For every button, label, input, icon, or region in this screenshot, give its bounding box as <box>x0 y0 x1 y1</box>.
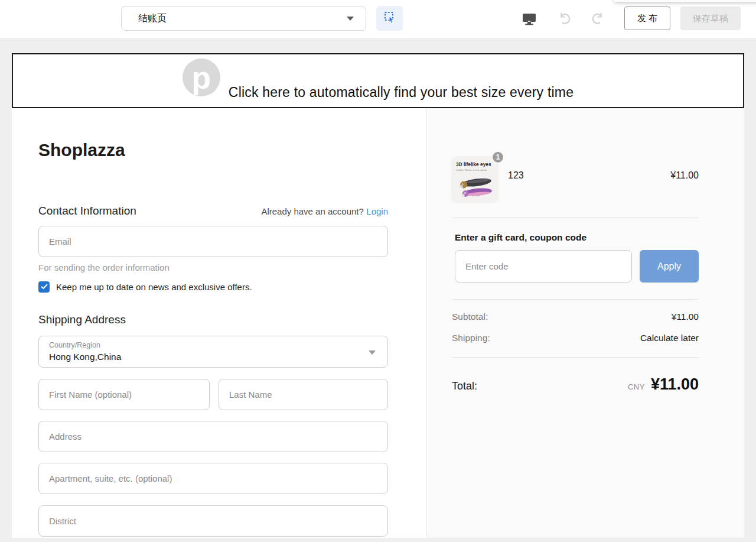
country-region-select[interactable]: Country/Region Hong Kong,China <box>38 336 388 368</box>
total-value: ¥11.00 <box>651 375 699 394</box>
login-link[interactable]: Login <box>366 206 388 216</box>
svg-text:Lifelike, Motion at any speed: Lifelike, Motion at any speed <box>456 168 487 171</box>
quantity-badge: 1 <box>491 151 504 164</box>
product-price: ¥11.00 <box>670 170 699 181</box>
shipping-label: Shipping: <box>452 333 490 343</box>
subtotal-value: ¥11.00 <box>672 311 699 322</box>
account-prompt: Already have an account? <box>261 206 363 216</box>
contact-header: Contact Information Already have an acco… <box>38 205 388 218</box>
newsletter-row: Keep me up to date on news and exclusive… <box>38 281 252 293</box>
subtotal-label: Subtotal: <box>452 311 488 322</box>
monitor-icon <box>521 11 537 29</box>
page-type-select-value: 结账页 <box>138 12 347 25</box>
undo-button[interactable] <box>555 9 575 30</box>
district-field[interactable] <box>38 505 388 537</box>
save-draft-button[interactable]: 保存草稿 <box>680 7 741 30</box>
newsletter-label: Keep me up to date on news and exclusive… <box>56 282 252 292</box>
contact-heading: Contact Information <box>38 205 136 218</box>
promo-banner[interactable]: p Click here to automatically find your … <box>12 53 744 108</box>
product-name: 123 <box>508 170 524 181</box>
page-type-select[interactable]: 结账页 <box>121 6 366 31</box>
caret-down-icon <box>347 17 354 21</box>
divider <box>452 357 699 358</box>
divider <box>452 299 699 300</box>
last-name-field[interactable] <box>219 379 388 410</box>
undo-icon <box>556 11 573 29</box>
order-summary-panel: 3D lifelike eyes Lifelike, Motion at any… <box>426 108 744 538</box>
marquee-cursor-icon <box>383 10 397 27</box>
editor-toolbar: 结账页 <box>0 0 756 39</box>
country-region-value: Hong Kong,China <box>49 352 121 362</box>
checkout-form-panel: Shoplazza Contact Information Already ha… <box>12 108 426 538</box>
svg-text:3D lifelike eyes: 3D lifelike eyes <box>456 161 491 167</box>
divider <box>452 218 699 218</box>
shipping-heading: Shipping Address <box>38 313 126 326</box>
publish-button[interactable]: 发 布 <box>624 7 670 30</box>
total-amount-group: CNY ¥11.00 <box>628 375 699 394</box>
promo-logo-icon: p <box>183 59 220 96</box>
coupon-code-field[interactable] <box>455 250 632 283</box>
check-icon <box>41 282 48 293</box>
apartment-field[interactable] <box>38 463 388 494</box>
overlay-card-edge <box>614 0 756 2</box>
newsletter-checkbox[interactable] <box>38 281 50 293</box>
apply-coupon-button[interactable]: Apply <box>640 250 699 283</box>
product-thumbnail: 3D lifelike eyes Lifelike, Motion at any… <box>452 157 498 203</box>
email-helper-text: For sending the order information <box>38 262 170 272</box>
email-field[interactable] <box>38 226 388 257</box>
shipping-value: Calculate later <box>640 333 699 343</box>
redo-icon <box>589 11 606 29</box>
device-preview-button[interactable] <box>519 9 539 30</box>
caret-down-icon <box>369 350 376 355</box>
element-select-tool-button[interactable] <box>376 6 403 31</box>
coupon-label: Enter a gift card, coupon code <box>455 232 586 243</box>
store-name: Shoplazza <box>38 140 125 160</box>
shipping-row: Shipping: Calculate later <box>452 333 699 343</box>
address-field[interactable] <box>38 421 388 452</box>
checkout-preview: p Click here to automatically find your … <box>12 53 744 538</box>
total-label: Total: <box>452 380 477 392</box>
country-region-label: Country/Region <box>49 341 100 349</box>
redo-button[interactable] <box>588 9 608 30</box>
account-prompt-group: Already have an account? Login <box>261 206 388 217</box>
currency-code: CNY <box>628 382 645 391</box>
first-name-field[interactable] <box>38 379 210 410</box>
promo-banner-text: Click here to automatically find your be… <box>229 85 573 100</box>
total-row: Total: CNY ¥11.00 <box>452 375 699 394</box>
subtotal-row: Subtotal: ¥11.00 <box>452 311 699 322</box>
